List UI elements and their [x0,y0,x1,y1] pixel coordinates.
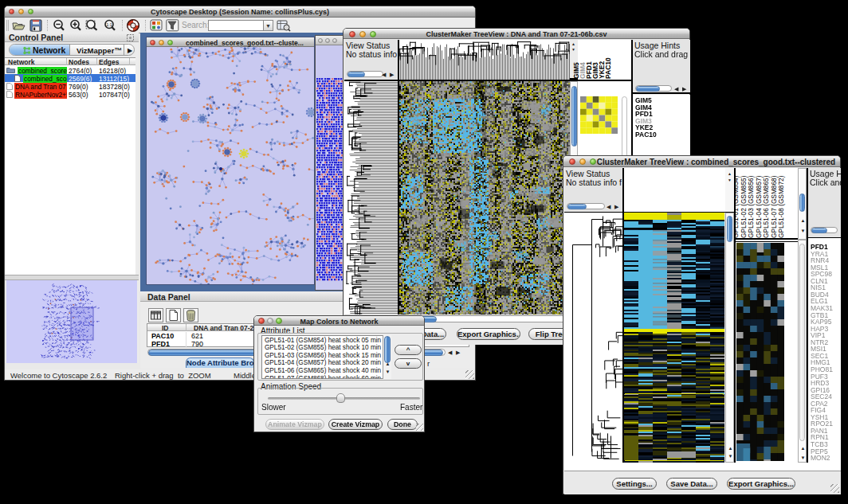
svg-text:1:1: 1:1 [106,22,112,27]
